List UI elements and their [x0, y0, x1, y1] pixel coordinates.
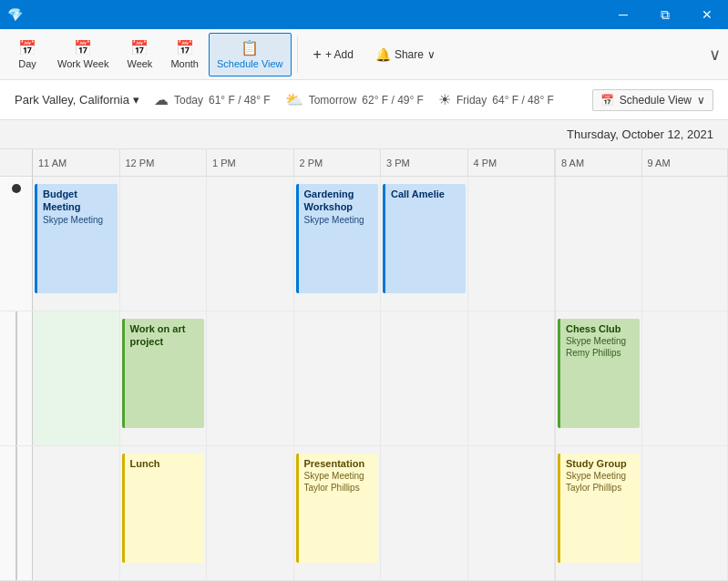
grid-header-right: 8 AM 9 AM — [555, 149, 728, 176]
time-header-3pm: 3 PM — [381, 149, 468, 176]
row-indicator-2 — [0, 311, 33, 445]
right-cell-r2-c0[interactable]: Chess Club Skype MeetingRemy Phillips — [556, 311, 642, 445]
schedule-view-button[interactable]: 📋 Schedule View — [209, 33, 292, 76]
tomorrow-weather: ⛅ Tomorrow 62° F / 49° F — [285, 91, 424, 108]
week-button[interactable]: 📅 Week — [118, 33, 160, 76]
event-chess-club[interactable]: Chess Club Skype MeetingRemy Phillips — [558, 319, 640, 428]
cell-r3-c1[interactable]: Lunch — [120, 446, 208, 580]
cell-r2-c3[interactable] — [294, 311, 382, 445]
right-cell-r1-c0[interactable] — [556, 177, 642, 311]
time-header-2pm: 2 PM — [294, 149, 382, 176]
cell-r1-c5[interactable] — [468, 177, 556, 311]
right-cell-r3-c0[interactable]: Study Group Skype MeetingTaylor Phillips — [556, 446, 642, 580]
cell-r3-c0[interactable] — [33, 446, 120, 580]
table-row: Work on art project — [0, 311, 555, 446]
today-temp: 61° F / 48° F — [209, 94, 271, 107]
friday-label: Friday — [456, 94, 487, 107]
event-sub: Skype Meeting — [304, 214, 374, 226]
add-button[interactable]: + + Add — [303, 33, 364, 76]
event-title: Call Amelie — [391, 188, 460, 200]
friday-temp: 64° F / 48° F — [492, 94, 554, 107]
calendar-view-icon: 📅 — [600, 94, 614, 107]
share-button[interactable]: 🔔 Share ∨ — [365, 33, 446, 76]
calendar-main: 11 AM 12 PM 1 PM 2 PM 3 PM 4 PM 8 AM 9 A… — [0, 149, 728, 581]
table-row: Lunch Presentation Skype MeetingTaylor P… — [0, 446, 555, 581]
cell-r2-c0[interactable] — [33, 311, 120, 445]
event-sub: Skype MeetingRemy Phillips — [566, 335, 634, 359]
cell-r3-c5[interactable] — [468, 446, 556, 580]
time-header-11am: 11 AM — [33, 149, 120, 176]
event-call-amelie[interactable]: Call Amelie — [383, 184, 466, 293]
time-header-1pm: 1 PM — [207, 149, 294, 176]
event-title: Budget Meeting — [43, 188, 112, 214]
right-cell-r3-c1[interactable] — [642, 446, 729, 580]
grid-rows-container: Budget Meeting Skype Meeting Gardening W… — [0, 177, 728, 581]
cell-r1-c0[interactable]: Budget Meeting Skype Meeting — [33, 177, 120, 311]
right-cell-r1-c1[interactable] — [642, 177, 729, 311]
event-lunch[interactable]: Lunch — [122, 454, 205, 563]
cell-r2-c5[interactable] — [468, 311, 556, 445]
grid-time-header: 11 AM 12 PM 1 PM 2 PM 3 PM 4 PM 8 AM 9 A… — [0, 149, 728, 177]
cell-r2-c1[interactable]: Work on art project — [120, 311, 208, 445]
time-header-12pm: 12 PM — [120, 149, 208, 176]
view-chevron: ∨ — [697, 94, 705, 107]
cell-r3-c2[interactable] — [207, 446, 294, 580]
day-icon: 📅 — [18, 39, 36, 56]
grid-rows-left: Budget Meeting Skype Meeting Gardening W… — [0, 177, 555, 581]
event-title: Lunch — [130, 457, 200, 470]
tomorrow-temp: 62° F / 49° F — [362, 94, 424, 107]
event-study-group[interactable]: Study Group Skype MeetingTaylor Phillips — [558, 454, 640, 563]
event-sub: Skype MeetingTaylor Phillips — [304, 470, 374, 494]
location-chevron: ▾ — [133, 93, 139, 107]
share-icon: 🔔 — [375, 47, 391, 62]
row-indicator-3 — [0, 446, 33, 580]
cell-r1-c1[interactable] — [120, 177, 208, 311]
close-button[interactable]: ✕ — [686, 0, 728, 29]
ribbon-expand-icon[interactable]: ∨ — [709, 45, 721, 65]
event-presentation[interactable]: Presentation Skype MeetingTaylor Phillip… — [296, 454, 379, 563]
month-button[interactable]: 📅 Month — [162, 33, 207, 76]
right-cell-r2-c1[interactable] — [642, 311, 729, 445]
time-header-8am: 8 AM — [556, 149, 642, 176]
event-art-project[interactable]: Work on art project — [122, 319, 205, 428]
event-sub: Skype Meeting — [43, 214, 112, 226]
cell-r3-c4[interactable] — [381, 446, 468, 580]
weather-bar: Park Valley, California ▾ ☁ Today 61° F … — [0, 80, 728, 120]
location-selector[interactable]: Park Valley, California ▾ — [15, 93, 139, 107]
view-label: Schedule View — [620, 94, 692, 107]
event-title: Presentation — [304, 457, 374, 470]
view-selector[interactable]: 📅 Schedule View ∨ — [592, 89, 713, 111]
event-sub: Skype MeetingTaylor Phillips — [566, 470, 634, 494]
gem-icon: 💎 — [7, 7, 23, 22]
cloud-icon: ☁ — [154, 91, 169, 108]
row-indicator-1 — [0, 177, 33, 311]
cell-r1-c2[interactable] — [207, 177, 294, 311]
event-gardening-workshop[interactable]: Gardening Workshop Skype Meeting — [296, 184, 379, 293]
cell-r3-c3[interactable]: Presentation Skype MeetingTaylor Phillip… — [294, 446, 382, 580]
day-button[interactable]: 📅 Day — [7, 33, 47, 76]
cell-r2-c2[interactable] — [207, 311, 294, 445]
event-title: Chess Club — [566, 322, 634, 335]
restore-button[interactable]: ⧉ — [644, 0, 686, 29]
friday-weather: ☀ Friday 64° F / 48° F — [438, 91, 554, 108]
today-weather: ☁ Today 61° F / 48° F — [154, 91, 271, 108]
location-text: Park Valley, California — [15, 93, 129, 107]
schedule-view-icon: 📋 — [241, 39, 259, 56]
cell-r1-c3[interactable]: Gardening Workshop Skype Meeting — [294, 177, 382, 311]
work-week-icon: 📅 — [74, 39, 92, 56]
work-week-button[interactable]: 📅 Work Week — [49, 33, 117, 76]
header-spacer — [0, 149, 33, 176]
ribbon: 📅 Day 📅 Work Week 📅 Week 📅 Month 📋 Sched… — [0, 29, 728, 80]
right-row-2: Chess Club Skype MeetingRemy Phillips — [556, 311, 728, 446]
event-budget-meeting[interactable]: Budget Meeting Skype Meeting — [35, 184, 118, 293]
time-header-4pm: 4 PM — [468, 149, 556, 176]
ribbon-separator — [297, 36, 298, 73]
add-icon: + — [313, 46, 322, 63]
grid-rows-right: Chess Club Skype MeetingRemy Phillips St… — [555, 177, 728, 581]
minimize-button[interactable]: ─ — [602, 0, 644, 29]
right-row-3: Study Group Skype MeetingTaylor Phillips — [556, 446, 728, 581]
time-line — [15, 311, 17, 445]
cell-r2-c4[interactable] — [381, 311, 468, 445]
event-title: Gardening Workshop — [304, 188, 374, 214]
cell-r1-c4[interactable]: Call Amelie — [381, 177, 468, 311]
